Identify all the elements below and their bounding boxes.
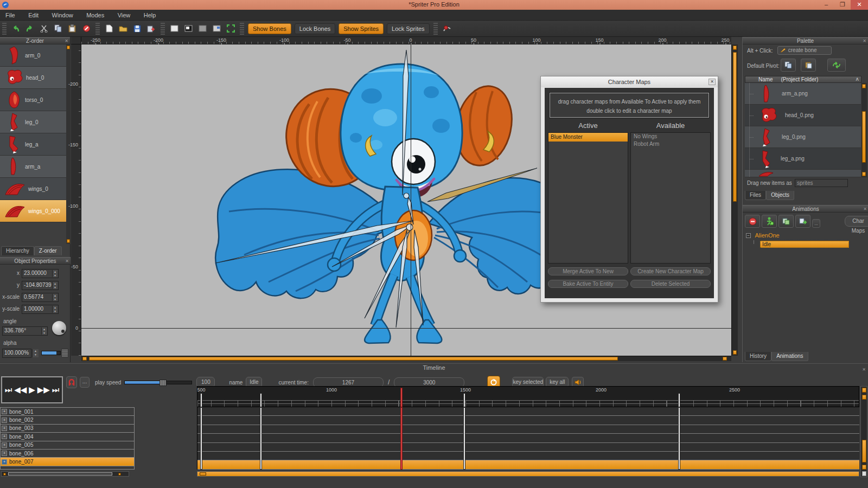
menu-file[interactable]: File [0, 10, 21, 20]
more-button[interactable]: ... [80, 377, 90, 388]
redo-icon[interactable] [24, 23, 35, 34]
file-item-arma[interactable]: arm_a.png [745, 83, 861, 105]
track-lane[interactable] [197, 407, 859, 416]
available-list[interactable]: No Wings Robot Arm [630, 132, 711, 264]
keyframe-column[interactable] [200, 407, 202, 470]
scroll-left-button[interactable] [82, 357, 87, 361]
scroll-up-button[interactable] [862, 395, 866, 400]
entity-node[interactable]: AlienOne [755, 232, 779, 239]
scroll-right-button[interactable] [118, 473, 121, 476]
expand-icon[interactable]: + [2, 459, 7, 465]
zorder-item-lega[interactable]: leg_a [0, 133, 66, 156]
spinner-icon[interactable]: ▲▼ [52, 306, 58, 313]
view-light-icon[interactable] [169, 23, 180, 34]
master-keyframe[interactable] [463, 393, 465, 407]
minimize-button[interactable]: – [819, 0, 833, 10]
create-bone-field[interactable]: create bone [777, 46, 832, 55]
track-lane[interactable] [197, 443, 859, 452]
expand-icon[interactable]: + [2, 451, 7, 456]
expand-icon[interactable]: + [2, 426, 7, 431]
menu-view[interactable]: View [112, 10, 136, 20]
keyframe-column[interactable] [463, 407, 465, 470]
tab-history[interactable]: History [745, 352, 771, 361]
playhead-line[interactable] [400, 407, 403, 470]
collapse-icon[interactable]: − [746, 233, 751, 238]
canvas-h-scrollbar[interactable] [81, 356, 731, 361]
alpha-slider[interactable] [41, 351, 61, 355]
bone-row-3[interactable]: +bone_003 [1, 425, 134, 433]
menu-edit[interactable]: Edit [23, 10, 44, 20]
file-item-head0[interactable]: head_0.png [745, 105, 861, 126]
tab-animations[interactable]: Animations [771, 352, 808, 361]
copy-icon[interactable] [53, 23, 63, 34]
zorder-close-icon[interactable]: ✕ [65, 38, 68, 43]
spinner-icon[interactable]: ▲▼ [41, 328, 47, 335]
char-maps-button[interactable]: Char Maps [845, 216, 868, 227]
open-folder-icon[interactable] [118, 23, 129, 34]
new-file-icon[interactable] [104, 23, 114, 34]
bake-active-button[interactable]: Bake Active To Entity [548, 280, 628, 288]
spinner-icon[interactable]: ▲▼ [52, 294, 58, 301]
file-item-partial[interactable] [745, 170, 861, 177]
yscale-input[interactable]: 1.00000▲▼ [22, 305, 59, 314]
lock-bones-button[interactable]: Lock Bones [295, 23, 335, 34]
scroll-up-button[interactable] [862, 388, 866, 393]
y-input[interactable]: -104.80739▲▼ [22, 281, 59, 290]
animations-close-icon[interactable]: ✕ [863, 207, 867, 211]
next-frame-button[interactable]: ▶▶ [37, 385, 50, 395]
menu-help[interactable]: Help [138, 10, 162, 20]
tab-zorder[interactable]: Z-order [34, 246, 62, 255]
angle-dial[interactable] [52, 321, 66, 335]
keyframe-column[interactable] [260, 407, 262, 470]
alpha-grid-button[interactable] [61, 349, 68, 357]
timeline-close-icon[interactable]: ✕ [862, 365, 866, 374]
scroll-left-button[interactable] [3, 473, 6, 476]
zorder-item-torso0[interactable]: torso_0 [0, 89, 66, 111]
keyframe-column[interactable] [678, 407, 680, 470]
pivot-paste-button[interactable] [801, 59, 816, 72]
undo-icon[interactable] [10, 23, 21, 34]
paste-icon[interactable] [67, 23, 78, 34]
play-speed-slider[interactable] [124, 381, 192, 384]
file-item-lega[interactable]: leg_a.png [745, 148, 861, 170]
x-input[interactable]: 23.00000▲▼ [22, 269, 59, 278]
angle-input[interactable]: 336.786°▲▼ [2, 326, 48, 336]
create-map-button[interactable]: Create New Character Map [630, 267, 711, 275]
delete-icon[interactable] [81, 23, 92, 34]
timeline-lanes[interactable] [197, 407, 859, 470]
canvas-h-scroll-thumb[interactable] [89, 357, 618, 361]
expand-icon[interactable]: + [2, 409, 7, 414]
lanes-v-scrollbar[interactable] [860, 386, 867, 477]
track-lane[interactable] [197, 416, 859, 425]
lock-sprites-button[interactable]: Lock Sprites [387, 23, 430, 34]
alpha-spinner-icon[interactable]: ▲▼ [32, 349, 39, 357]
scroll-thumb[interactable] [862, 440, 866, 463]
file-item-leg0[interactable]: leg_0.png [745, 126, 861, 148]
file-list-header[interactable]: Name (Project Folder) ˄ [745, 76, 861, 83]
zorder-item-leg0[interactable]: leg_0 [0, 111, 66, 133]
scroll-right-button[interactable] [723, 357, 727, 361]
menu-modes[interactable]: Modes [81, 10, 110, 20]
lanes-scrollbar[interactable] [197, 471, 859, 477]
cut-icon[interactable] [39, 23, 49, 34]
view-gray-icon[interactable] [197, 23, 208, 34]
zorder-item-arma[interactable]: arm_a [0, 156, 66, 178]
pivot-copy-button[interactable] [781, 59, 796, 72]
close-button[interactable]: ✕ [851, 0, 868, 10]
animation-node-idle[interactable]: Idle [760, 241, 849, 248]
scroll-down-button[interactable] [67, 239, 70, 243]
available-item-robot-arm[interactable]: Robot Arm [631, 140, 710, 148]
xscale-input[interactable]: 0.56774▲▼ [22, 293, 59, 302]
master-keyframe[interactable] [678, 393, 680, 407]
delete-selected-button[interactable]: Delete Selected [630, 280, 711, 288]
spinner-icon[interactable]: ▲▼ [52, 282, 58, 289]
merge-active-button[interactable]: Merge Active To New [548, 267, 628, 275]
save-icon[interactable] [132, 23, 143, 34]
dialog-close-icon[interactable]: ✕ [709, 79, 716, 85]
playhead[interactable] [400, 388, 403, 407]
active-list[interactable]: Blue Monster [548, 132, 628, 264]
drag-items-select[interactable]: sprites [795, 179, 848, 187]
prev-frame-button[interactable]: ◀◀ [14, 385, 27, 395]
file-scroll-thumb[interactable] [862, 111, 866, 163]
slider-thumb[interactable] [159, 380, 167, 386]
